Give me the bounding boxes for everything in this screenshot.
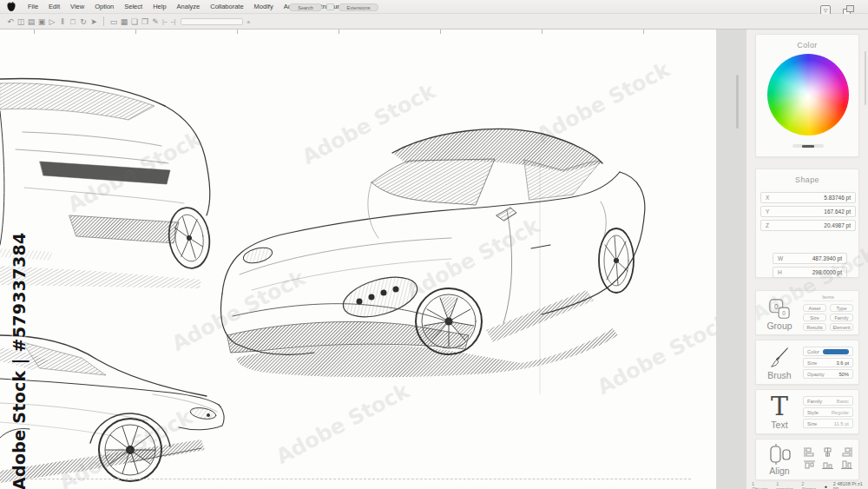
toolbar-value-input[interactable] xyxy=(181,18,243,25)
brush-panel: Brush Color Size 3.6 pt Opacity 50% xyxy=(755,340,859,385)
shape-y-label: Y xyxy=(766,208,769,215)
group-results-button[interactable]: Results xyxy=(803,323,826,331)
toolbar-unit-label: a xyxy=(247,19,249,24)
copy-icon[interactable]: ◫ xyxy=(16,15,26,29)
align-center-button[interactable] xyxy=(821,447,834,457)
text-size-value: 11.5 pt xyxy=(834,421,849,426)
menu-edit[interactable]: Edit xyxy=(43,0,65,14)
edit-page-icon[interactable]: ✎ xyxy=(150,15,161,29)
save-icon[interactable]: ▤ xyxy=(26,15,36,29)
zoom-out-mark[interactable]: |– xyxy=(162,18,168,24)
brush-color-swatch[interactable] xyxy=(823,349,849,354)
shape-height-value: 298.0000 pt xyxy=(812,269,842,275)
brush-icon xyxy=(768,346,791,370)
shape-height-label: H xyxy=(778,269,782,275)
car-sketch-rear-view xyxy=(0,78,214,288)
align-left-icon xyxy=(804,447,815,457)
car-sketch-side-view xyxy=(0,335,224,483)
shape-x-field[interactable]: X 5.83746 pt xyxy=(760,192,856,203)
design-app-window: File Edit View Option Select Help Analyz… xyxy=(0,0,868,489)
brush-size-label: Size xyxy=(807,360,817,366)
menu-bar: File Edit View Option Select Help Analyz… xyxy=(0,0,868,14)
page-icon[interactable]: ❏ xyxy=(129,15,140,29)
shape-y-value: 167.642 pt xyxy=(824,208,851,215)
text-panel: T Text Family Basic Style Regular Size 1… xyxy=(755,389,859,434)
extensions-button[interactable]: Extensions xyxy=(339,3,378,11)
shape-height-field[interactable]: H 298.0000 pt xyxy=(773,267,847,278)
color-panel: Color xyxy=(755,34,859,157)
shape-width-field[interactable]: W 487.3940 pt xyxy=(773,253,847,264)
brush-size-row[interactable]: Size 3.6 pt xyxy=(803,358,853,367)
group-size-button[interactable]: Size xyxy=(803,314,826,321)
menu-option[interactable]: Option xyxy=(89,0,119,14)
menu-select[interactable]: Select xyxy=(119,0,148,14)
align-bottom-button[interactable] xyxy=(840,460,853,470)
vertical-scrollbar-thumb[interactable] xyxy=(736,75,739,129)
properties-sidebar: Color Shape X 5.83746 pt Y 167.642 pt Z xyxy=(746,29,868,489)
group-icon: 0 0 xyxy=(768,298,791,320)
menu-file[interactable]: File xyxy=(23,0,43,14)
window-icon[interactable]: ▭ xyxy=(108,15,119,29)
align-top-icon xyxy=(804,460,815,470)
menu-collaborate[interactable]: Collaborate xyxy=(205,0,248,14)
undo-icon[interactable]: ↶ xyxy=(5,15,16,29)
tool-bar: ↶ ◫ ▤ ▣ ▷ ‖ □ ↻ ➤ ▭ ▦ ❏ ❐ ✎ |– –| a xyxy=(0,14,868,29)
menu-view[interactable]: View xyxy=(65,0,89,14)
pause-icon[interactable]: ‖ xyxy=(57,15,68,29)
menu-modify[interactable]: Modify xyxy=(249,0,279,14)
stop-icon[interactable]: □ xyxy=(68,15,78,29)
shape-y-field[interactable]: Y 167.642 pt xyxy=(760,206,856,217)
text-icon: T xyxy=(771,393,788,420)
text-size-row[interactable]: Size 11.5 pt xyxy=(803,419,853,428)
group-family-button[interactable]: Family xyxy=(830,314,853,321)
brush-panel-label: Brush xyxy=(767,370,791,380)
ruler-tick xyxy=(135,30,136,34)
align-top-button[interactable] xyxy=(803,460,816,470)
canvas-scroll-gutter xyxy=(716,29,746,489)
ruler-tick xyxy=(643,30,644,34)
status-alarms: 2 Alarms xyxy=(801,481,819,489)
text-style-value: Regular xyxy=(832,410,849,415)
text-family-row[interactable]: Family Basic xyxy=(803,396,853,406)
image-frame-icon[interactable]: ▣ xyxy=(36,15,47,29)
grid-icon[interactable]: ▦ xyxy=(119,15,129,29)
search-input[interactable]: Search xyxy=(289,3,322,11)
play-icon[interactable]: ▷ xyxy=(47,15,57,29)
brush-size-value: 3.6 pt xyxy=(836,360,849,366)
align-right-button[interactable] xyxy=(840,447,853,457)
group-panel-label: Group xyxy=(766,320,792,331)
zoom-in-mark[interactable]: –| xyxy=(171,18,176,24)
menu-analyze[interactable]: Analyze xyxy=(172,0,206,14)
align-middle-button[interactable] xyxy=(821,460,834,470)
brush-opacity-row[interactable]: Opacity 50% xyxy=(803,369,853,379)
shape-z-label: Z xyxy=(766,222,769,228)
car-sketch-main-view xyxy=(221,129,645,378)
group-asset-button[interactable]: Asset xyxy=(803,304,826,312)
page-boundary-dashed-line xyxy=(26,479,691,479)
color-slider-thumb[interactable] xyxy=(802,145,814,148)
align-center-icon xyxy=(822,447,833,457)
brush-opacity-value: 50% xyxy=(838,372,849,377)
search-options-button[interactable] xyxy=(326,3,334,10)
shape-x-label: X xyxy=(766,195,769,201)
ruler-tick xyxy=(542,30,542,34)
cursor-icon[interactable]: ➤ xyxy=(89,15,99,29)
group-type-button[interactable]: Type xyxy=(830,304,853,312)
align-left-button[interactable] xyxy=(803,447,816,457)
history-icon[interactable]: ↻ xyxy=(78,15,89,29)
sidebar-scrollbar-thumb[interactable] xyxy=(865,51,866,105)
brush-color-label: Color xyxy=(807,349,819,354)
text-style-row[interactable]: Style Regular xyxy=(803,407,853,417)
shape-z-field[interactable]: Z 20.4987 pt xyxy=(760,220,856,231)
pages-icon[interactable]: ❐ xyxy=(140,15,150,29)
menu-help[interactable]: Help xyxy=(148,0,171,14)
align-bottom-icon xyxy=(841,460,852,470)
text-family-value: Basic xyxy=(837,399,849,404)
ruler-tick xyxy=(440,30,441,34)
color-wheel[interactable] xyxy=(767,54,849,135)
color-slider[interactable] xyxy=(792,144,824,148)
drawing-canvas[interactable]: Adobe Stock Adobe Stock Adobe Stock Adob… xyxy=(0,29,716,489)
ruler-tick xyxy=(34,30,35,34)
brush-color-row[interactable]: Color xyxy=(803,347,853,356)
group-element-button[interactable]: Element xyxy=(830,323,853,331)
